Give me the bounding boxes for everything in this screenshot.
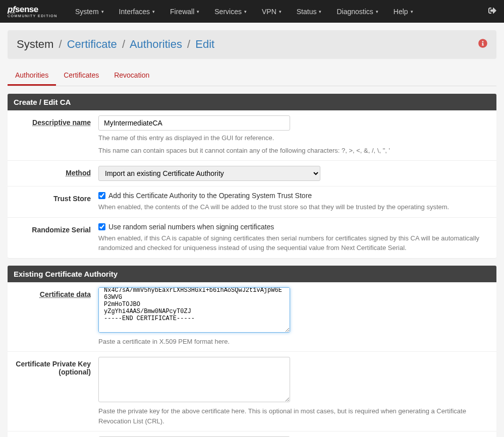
help-text: The name of this entry as displayed in t… xyxy=(98,133,489,143)
nav-status[interactable]: Status▾ xyxy=(289,0,329,23)
private-key-textarea[interactable] xyxy=(98,357,290,402)
panel-heading: Create / Edit CA xyxy=(8,94,496,110)
tab-certificates[interactable]: Certificates xyxy=(56,66,106,86)
label-descriptive-name: Descriptive name xyxy=(15,115,98,155)
help-text: When enabled, if this CA is capable of s… xyxy=(98,233,489,253)
certificate-data-textarea[interactable] xyxy=(98,287,290,333)
tab-revocation[interactable]: Revocation xyxy=(106,66,157,86)
logo[interactable]: pfsense COMMUNITY EDITION xyxy=(8,5,58,18)
caret-down-icon: ▾ xyxy=(376,9,378,14)
page-header: System / Certificate / Authorities / Edi… xyxy=(8,30,496,58)
nav-firewall[interactable]: Firewall▾ xyxy=(162,0,207,23)
trust-store-checkbox-label: Add this Certificate Authority to the Op… xyxy=(108,192,312,200)
nav-services[interactable]: Services▾ xyxy=(207,0,254,23)
top-navbar: pfsense COMMUNITY EDITION System▾ Interf… xyxy=(0,0,504,23)
panel-heading: Existing Certificate Authority xyxy=(8,266,496,282)
breadcrumb-edit[interactable]: Edit xyxy=(195,38,214,50)
tab-authorities[interactable]: Authorities xyxy=(8,66,56,86)
form-group-certificate-data: Certificate data Paste a certificate in … xyxy=(8,282,496,352)
form-group-next-serial: Next Certificate Serial Enter a decimal … xyxy=(8,431,496,437)
label-certificate-data: Certificate data xyxy=(15,287,98,347)
tabs: Authorities Certificates Revocation xyxy=(8,66,496,86)
descriptive-name-input[interactable] xyxy=(98,115,290,131)
nav-system[interactable]: System▾ xyxy=(68,0,111,23)
breadcrumb: System / Certificate / Authorities / Edi… xyxy=(17,38,214,51)
help-text: Paste a certificate in X.509 PEM format … xyxy=(98,337,489,347)
caret-down-icon: ▾ xyxy=(197,9,199,14)
caret-down-icon: ▾ xyxy=(319,9,321,14)
nav-items: System▾ Interfaces▾ Firewall▾ Services▾ … xyxy=(68,0,488,23)
form-group-method: Method Import an existing Certificate Au… xyxy=(8,161,496,186)
label-method: Method xyxy=(15,166,98,181)
caret-down-icon: ▾ xyxy=(279,9,282,14)
caret-down-icon: ▾ xyxy=(152,9,155,14)
nav-vpn[interactable]: VPN▾ xyxy=(254,0,289,23)
form-group-trust-store: Trust Store Add this Certificate Authori… xyxy=(8,186,496,218)
randomize-serial-checkbox-label: Use random serial numbers when signing c… xyxy=(108,223,274,231)
label-private-key: Certificate Private Key (optional) xyxy=(15,357,98,426)
help-text: Paste the private key for the above cert… xyxy=(98,406,489,426)
breadcrumb-certificate[interactable]: Certificate xyxy=(67,38,117,50)
caret-down-icon: ▾ xyxy=(244,9,247,14)
randomize-serial-checkbox[interactable] xyxy=(98,223,105,230)
form-group-private-key: Certificate Private Key (optional) Paste… xyxy=(8,352,496,431)
help-text: This name can contain spaces but it cann… xyxy=(98,146,489,156)
panel-create-edit-ca: Create / Edit CA Descriptive name The na… xyxy=(8,94,496,258)
label-trust-store: Trust Store xyxy=(15,192,98,212)
nav-diagnostics[interactable]: Diagnostics▾ xyxy=(329,0,385,23)
caret-down-icon: ▾ xyxy=(101,9,104,14)
panel-existing-ca: Existing Certificate Authority Certifica… xyxy=(8,266,496,438)
help-text: When enabled, the contents of the CA wil… xyxy=(98,202,489,212)
label-randomize-serial: Randomize Serial xyxy=(15,223,98,253)
breadcrumb-authorities[interactable]: Authorities xyxy=(130,38,182,50)
form-group-descriptive-name: Descriptive name The name of this entry … xyxy=(8,110,496,161)
breadcrumb-root: System xyxy=(17,38,53,50)
logout-icon[interactable] xyxy=(488,7,496,17)
method-select[interactable]: Import an existing Certificate Authority xyxy=(98,166,320,181)
nav-help[interactable]: Help▾ xyxy=(386,0,421,23)
trust-store-checkbox[interactable] xyxy=(98,192,105,199)
caret-down-icon: ▾ xyxy=(411,9,413,14)
nav-interfaces[interactable]: Interfaces▾ xyxy=(111,0,162,23)
help-icon[interactable] xyxy=(478,39,487,50)
form-group-randomize-serial: Randomize Serial Use random serial numbe… xyxy=(8,218,496,258)
